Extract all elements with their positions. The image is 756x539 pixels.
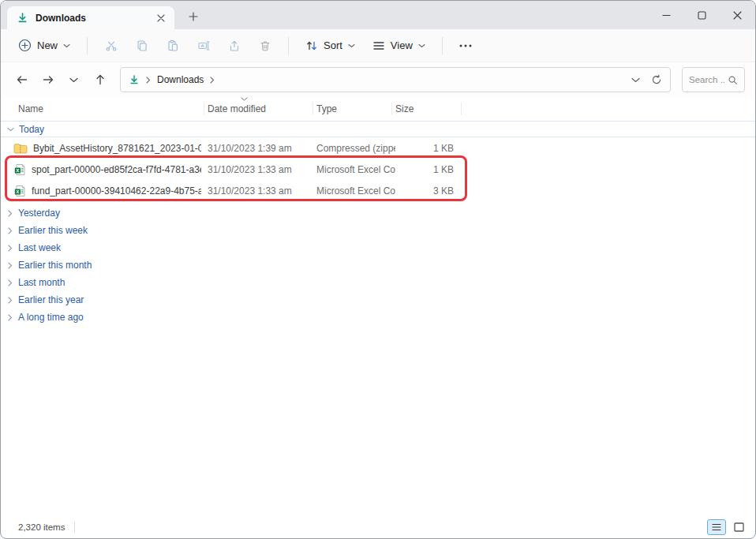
address-bar[interactable]: Downloads bbox=[120, 67, 671, 92]
group-label: Earlier this week bbox=[18, 225, 88, 236]
file-explorer-window: Downloads New bbox=[0, 0, 756, 539]
command-toolbar: New Sort bbox=[1, 29, 755, 62]
svg-text:x: x bbox=[17, 167, 20, 173]
group-label: Earlier this year bbox=[18, 294, 84, 305]
download-icon bbox=[129, 74, 140, 85]
chevron-right-icon bbox=[8, 297, 13, 304]
column-header-row: Name Date modified Type Size bbox=[1, 97, 755, 121]
status-bar: 2,320 items bbox=[1, 518, 755, 538]
recent-locations-icon[interactable] bbox=[63, 69, 84, 91]
address-dropdown-icon[interactable] bbox=[631, 77, 640, 83]
chevron-right-icon bbox=[8, 245, 13, 252]
search-box[interactable] bbox=[682, 67, 745, 92]
tab-bar: Downloads bbox=[1, 1, 755, 29]
chevron-right-icon bbox=[8, 279, 13, 286]
forward-button[interactable] bbox=[37, 69, 58, 91]
group-label: A long time ago bbox=[18, 312, 84, 323]
paste-button[interactable] bbox=[158, 33, 187, 58]
excel-file-icon: x bbox=[13, 163, 26, 176]
breadcrumb-chevron-icon[interactable] bbox=[146, 77, 151, 84]
view-icon bbox=[372, 40, 385, 51]
new-tab-button[interactable] bbox=[182, 6, 204, 28]
column-header-date-modified[interactable]: Date modified bbox=[208, 97, 316, 121]
navigation-bar: Downloads bbox=[1, 62, 755, 97]
tab-close-icon[interactable] bbox=[154, 11, 168, 25]
chevron-down-icon bbox=[418, 43, 425, 48]
file-row-fund-csv[interactable]: x fund_part-00000-39410462-22a9-4b75-afb… bbox=[1, 180, 755, 201]
file-size: 1 KB bbox=[395, 143, 465, 154]
column-header-type[interactable]: Type bbox=[316, 97, 395, 121]
column-header-size[interactable]: Size bbox=[395, 97, 465, 121]
file-type: Microsoft Excel Com... bbox=[316, 164, 395, 175]
minimize-button[interactable] bbox=[649, 1, 684, 29]
chevron-down-icon bbox=[63, 43, 70, 48]
new-button-label: New bbox=[37, 39, 58, 51]
maximize-button[interactable] bbox=[684, 1, 720, 29]
share-button[interactable] bbox=[219, 33, 249, 58]
file-name: spot_part-00000-ed85f2ca-f7fd-4781-a3e6-… bbox=[32, 164, 201, 175]
cut-button[interactable] bbox=[96, 33, 125, 58]
sort-descending-icon bbox=[241, 97, 248, 101]
chevron-right-icon bbox=[8, 227, 13, 234]
group-header-last-month[interactable]: Last month bbox=[1, 274, 755, 291]
close-button[interactable] bbox=[720, 1, 755, 29]
details-view-button[interactable] bbox=[707, 519, 726, 535]
new-button[interactable]: New bbox=[10, 33, 78, 58]
zip-folder-icon bbox=[13, 143, 28, 154]
up-button[interactable] bbox=[89, 69, 110, 91]
view-button-label: View bbox=[391, 39, 413, 51]
large-icons-view-button[interactable] bbox=[730, 519, 747, 535]
excel-file-icon: x bbox=[13, 185, 26, 197]
group-header-earlier-this-week[interactable]: Earlier this week bbox=[1, 222, 755, 239]
window-controls bbox=[649, 1, 755, 29]
file-type: Compressed (zipped)... bbox=[316, 143, 395, 154]
column-header-name[interactable]: Name bbox=[18, 97, 208, 121]
group-header-earlier-this-month[interactable]: Earlier this month bbox=[1, 256, 755, 274]
file-list: Today Bybit_AssetHistory_8781621_2023-01… bbox=[1, 121, 755, 518]
sort-icon bbox=[305, 39, 318, 52]
svg-text:x: x bbox=[17, 189, 20, 194]
new-plus-icon bbox=[18, 39, 32, 52]
chevron-right-icon bbox=[8, 210, 13, 217]
file-date: 31/10/2023 1:39 am bbox=[208, 143, 316, 154]
sort-button[interactable]: Sort bbox=[298, 34, 363, 58]
rename-button[interactable] bbox=[189, 33, 218, 58]
toolbar-separator bbox=[288, 37, 289, 54]
chevron-down-icon bbox=[348, 43, 355, 48]
group-label: Yesterday bbox=[18, 208, 60, 219]
file-row-zip[interactable]: Bybit_AssetHistory_8781621_2023-01-01_20… bbox=[1, 137, 755, 159]
see-more-icon[interactable] bbox=[451, 33, 481, 58]
view-button[interactable]: View bbox=[365, 34, 433, 57]
search-icon bbox=[728, 75, 738, 85]
file-type: Microsoft Excel Com... bbox=[316, 185, 395, 197]
copy-button[interactable] bbox=[127, 33, 156, 58]
chevron-right-icon bbox=[8, 262, 13, 269]
file-size: 3 KB bbox=[395, 185, 465, 197]
toolbar-separator bbox=[87, 37, 88, 54]
group-header-yesterday[interactable]: Yesterday bbox=[1, 204, 755, 222]
group-header-today[interactable]: Today bbox=[1, 121, 755, 137]
refresh-icon[interactable] bbox=[651, 74, 662, 85]
chevron-down-icon bbox=[7, 127, 14, 132]
file-name: Bybit_AssetHistory_8781621_2023-01-01_20… bbox=[33, 143, 201, 154]
file-size: 1 KB bbox=[395, 164, 465, 175]
tab-downloads[interactable]: Downloads bbox=[7, 6, 174, 29]
group-label: Earlier this month bbox=[18, 260, 92, 271]
download-icon bbox=[17, 12, 28, 24]
delete-button[interactable] bbox=[250, 33, 279, 58]
status-separator bbox=[74, 522, 75, 533]
group-label: Last week bbox=[18, 242, 61, 253]
file-row-spot-csv[interactable]: x spot_part-00000-ed85f2ca-f7fd-4781-a3e… bbox=[1, 159, 755, 180]
file-name: fund_part-00000-39410462-22a9-4b75-afb1-… bbox=[32, 185, 201, 197]
group-label: Today bbox=[19, 124, 44, 135]
tab-title: Downloads bbox=[36, 13, 147, 24]
chevron-right-icon bbox=[8, 314, 13, 321]
group-header-a-long-time-ago[interactable]: A long time ago bbox=[1, 309, 755, 326]
breadcrumb-downloads[interactable]: Downloads bbox=[157, 74, 204, 85]
breadcrumb-chevron-icon[interactable] bbox=[210, 77, 215, 84]
group-header-last-week[interactable]: Last week bbox=[1, 239, 755, 256]
back-button[interactable] bbox=[11, 69, 32, 91]
group-header-earlier-this-year[interactable]: Earlier this year bbox=[1, 291, 755, 309]
sort-button-label: Sort bbox=[324, 39, 342, 51]
search-input[interactable] bbox=[689, 75, 724, 84]
